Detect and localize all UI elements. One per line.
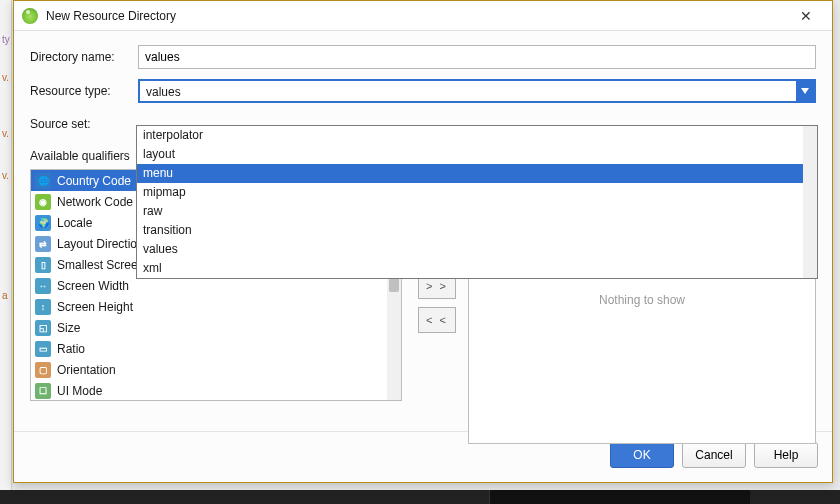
qualifier-icon: ▭: [35, 341, 51, 357]
qualifier-label: Screen Height: [57, 300, 133, 314]
dropdown-option[interactable]: transition: [137, 221, 817, 240]
qualifier-icon: 🌍: [35, 215, 51, 231]
qualifier-label: Locale: [57, 216, 92, 230]
dropdown-option[interactable]: values: [137, 240, 817, 259]
qualifier-icon: ◉: [35, 194, 51, 210]
resource-type-combo[interactable]: values: [138, 79, 816, 103]
chevron-down-icon[interactable]: [796, 81, 814, 101]
dropdown-option[interactable]: mipmap: [137, 183, 817, 202]
dropdown-option[interactable]: menu: [137, 164, 817, 183]
qualifier-icon: 🌐: [35, 173, 51, 189]
android-studio-icon: [22, 8, 38, 24]
qualifier-item[interactable]: ↕Screen Height: [31, 296, 401, 317]
titlebar: New Resource Directory ✕: [14, 1, 832, 31]
dropdown-option[interactable]: xml: [137, 259, 817, 278]
dropdown-option[interactable]: interpolator: [137, 126, 817, 145]
dropdown-option[interactable]: layout: [137, 145, 817, 164]
qualifier-label: Layout Direction: [57, 237, 144, 251]
qualifier-label: Country Code: [57, 174, 131, 188]
qualifier-label: Orientation: [57, 363, 116, 377]
qualifier-label: Ratio: [57, 342, 85, 356]
cancel-button[interactable]: Cancel: [682, 442, 746, 468]
resource-type-value: values: [140, 81, 796, 101]
qualifier-icon: ↕: [35, 299, 51, 315]
resource-type-row: Resource type: values: [30, 79, 816, 103]
dialog-body: Directory name: Resource type: values So…: [14, 31, 832, 423]
chosen-placeholder: Nothing to show: [599, 293, 685, 307]
ide-bottom-fragment: [0, 490, 840, 504]
ok-button[interactable]: OK: [610, 442, 674, 468]
dropdown-option[interactable]: raw: [137, 202, 817, 221]
close-button[interactable]: ✕: [786, 2, 826, 30]
qualifier-item[interactable]: ▭Ratio: [31, 338, 401, 359]
transfer-buttons: > > < <: [418, 273, 458, 333]
directory-name-label: Directory name:: [30, 50, 138, 64]
resource-type-label: Resource type:: [30, 84, 138, 98]
qualifier-icon: ↔: [35, 278, 51, 294]
help-button[interactable]: Help: [754, 442, 818, 468]
qualifier-item[interactable]: ◱Size: [31, 317, 401, 338]
dialog-title: New Resource Directory: [46, 9, 176, 23]
directory-name-input[interactable]: [138, 45, 816, 69]
ide-gutter-fragment: ty v. v. v. a: [0, 0, 12, 504]
qualifier-item[interactable]: ☐UI Mode: [31, 380, 401, 401]
qualifier-label: Network Code: [57, 195, 133, 209]
scrollbar[interactable]: [803, 126, 817, 278]
remove-qualifier-button[interactable]: < <: [418, 307, 456, 333]
qualifier-item[interactable]: ▢Orientation: [31, 359, 401, 380]
qualifier-icon: ▯: [35, 257, 51, 273]
qualifier-icon: ☐: [35, 383, 51, 399]
new-resource-directory-dialog: New Resource Directory ✕ Directory name:…: [13, 0, 833, 483]
resource-type-dropdown[interactable]: interpolatorlayoutmenumipmaprawtransitio…: [136, 125, 818, 279]
directory-name-row: Directory name:: [30, 45, 816, 69]
qualifier-icon: ◱: [35, 320, 51, 336]
qualifier-label: UI Mode: [57, 384, 102, 398]
qualifier-icon: ⇄: [35, 236, 51, 252]
qualifier-icon: ▢: [35, 362, 51, 378]
qualifier-label: Screen Width: [57, 279, 129, 293]
qualifier-label: Size: [57, 321, 80, 335]
